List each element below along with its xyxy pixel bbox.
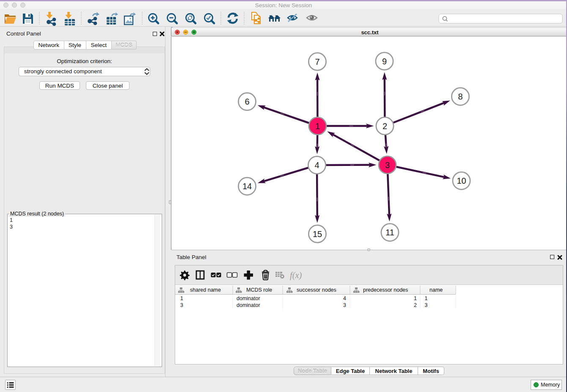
svg-text:3: 3: [385, 160, 390, 170]
svg-text:9: 9: [382, 57, 387, 66]
svg-text:6: 6: [245, 97, 249, 106]
svg-text:7: 7: [315, 57, 319, 66]
svg-text:4: 4: [314, 160, 319, 170]
svg-text:10: 10: [457, 176, 466, 185]
svg-text:11: 11: [385, 228, 394, 237]
svg-text:14: 14: [242, 182, 252, 191]
svg-text:15: 15: [313, 229, 322, 239]
svg-text:f(x): f(x): [290, 271, 302, 280]
svg-text:8: 8: [458, 92, 462, 101]
svg-text:1: 1: [315, 121, 320, 131]
svg-text:2: 2: [383, 121, 387, 131]
